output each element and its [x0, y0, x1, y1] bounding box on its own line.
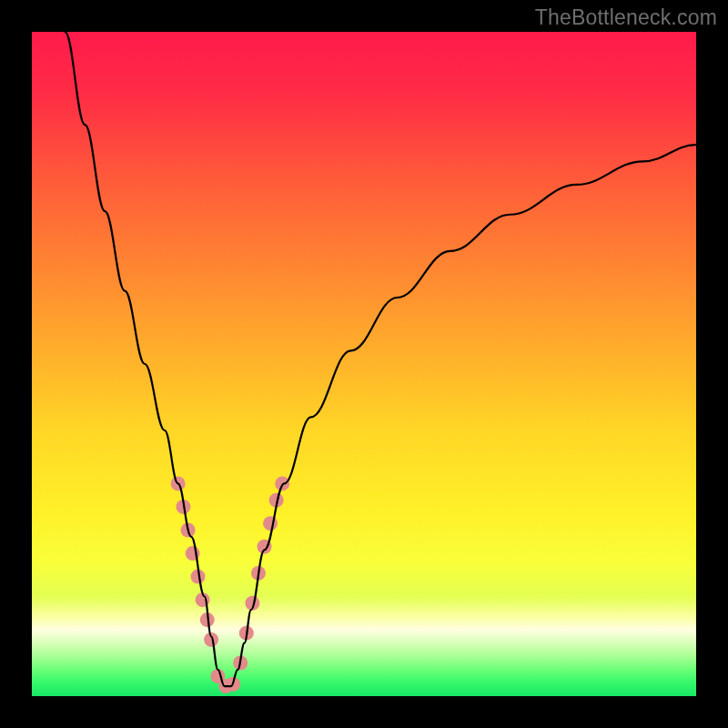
gradient-background: [32, 32, 696, 696]
highlight-dot: [204, 632, 218, 647]
highlight-dot: [263, 516, 278, 531]
watermark-text: TheBottleneck.com: [535, 5, 717, 30]
bottleneck-chart: [32, 32, 696, 696]
frame-black: TheBottleneck.com: [0, 0, 728, 728]
plot-area: [32, 32, 696, 696]
